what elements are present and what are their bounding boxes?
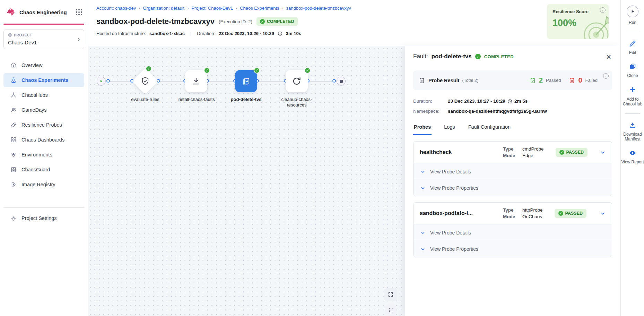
project-selector[interactable]: PROJECT Chaos-Dev1 › [3,29,84,49]
sidebar-item-chaos-experiments[interactable]: Chaos Experiments [3,73,84,87]
sidebar-item-label: Project Settings [21,215,57,221]
sidebar-item-chaos-dashboards[interactable]: Chaos Dashboards [3,133,84,147]
fault-name: pod-delete-tvs [432,53,472,60]
sidebar-item-label: Chaos Experiments [21,77,68,83]
chevron-down-icon[interactable] [600,211,606,216]
sidebar-item-chaoshubs[interactable]: ChaosHubs [3,88,84,102]
sidebar-item-image-registry[interactable]: Image Registry [3,178,84,191]
sidebar-item-project-settings[interactable]: Project Settings [3,211,84,225]
view-probe-details-link[interactable]: View Probe Details [414,163,612,180]
chevron-down-icon[interactable] [600,150,606,155]
marquee-select-button[interactable] [385,305,397,316]
app-title: Chaos Engineering [19,9,72,15]
duration-value: 23 Dec 2023, 10:26 - 10:29 [219,31,274,36]
passed-badge-label: PASSED [566,150,584,155]
chevron-down-icon [420,169,425,174]
brand-accent-line [3,24,84,25]
tab-logs[interactable]: Logs [443,123,455,135]
node-label: evaluate-rules [121,97,169,102]
namespace-value: sandbox-qa-dszi0eehtmqgvdfsfg3a5g-uarnw [448,109,547,114]
edit-label: Edit [629,50,636,55]
status-badge-label: COMPLETED [267,19,294,24]
environments-icon [10,152,17,158]
fullscreen-button[interactable] [384,288,397,301]
meta-divider: | [190,31,191,36]
run-button[interactable]: Run [621,6,644,25]
breadcrumb-link[interactable]: Organization: default [143,6,184,11]
fault-label: Fault: [413,53,428,60]
download-icon [629,121,636,129]
clone-button[interactable]: Clone [621,63,644,78]
registry-icon [10,181,17,188]
probe-result-total: (Total 2) [462,78,478,83]
sidebar-item-overview[interactable]: Overview [3,58,84,72]
node-label: pod-delete-tvs [222,97,270,102]
pipeline-start-node[interactable] [97,77,106,86]
breadcrumb-separator: › [282,6,284,11]
duration-label: Duration: [197,31,215,36]
probe-icon [10,122,17,128]
sidebar-divider [3,207,84,208]
passed-badge-label: PASSED [565,211,583,216]
failed-label: Failed [585,78,598,83]
passed-badge: ✓ PASSED [556,148,588,157]
probe-name: healthcheck [420,149,503,155]
hub-icon [10,92,17,98]
sidebar-item-chaosguard[interactable]: ChaosGuard [3,163,84,177]
tab-fault-configuration[interactable]: Fault Configuration [468,123,512,135]
probe-type: cmdProbe [522,146,544,152]
shield-check-icon [140,76,150,86]
sidebar-item-gamedays[interactable]: GameDays [3,103,84,117]
clipboard-x-icon [569,77,575,84]
breadcrumb-link[interactable]: sandbox-pod-delete-tmzbcavxyv [286,6,351,11]
breadcrumb-link[interactable]: Project: Chaos-Dev1 [191,6,233,11]
download-manifest-button[interactable]: Download Manifest [621,121,644,142]
check-icon: ✓ [558,211,563,216]
view-probe-details-label: View Probe Details [430,230,471,236]
pipeline-node-cleanup-chaos-resources[interactable] [286,70,308,92]
nav-apps-grid-icon[interactable] [76,9,82,15]
target-illustration [575,13,609,39]
breadcrumb-separator: › [236,6,237,11]
pipeline-node-pod-delete-tvs[interactable] [235,70,257,92]
sidebar-item-label: ChaosHubs [21,92,48,98]
sidebar-item-environments[interactable]: Environments [3,148,84,162]
sidebar-item-resilience-probes[interactable]: Resilience Probes [3,118,84,132]
refresh-icon [291,76,302,86]
gear-icon [10,215,17,221]
home-icon [10,62,17,68]
pipeline-end-node[interactable] [337,77,346,86]
chevron-down-icon [420,247,425,251]
view-report-button[interactable]: View Report [621,149,644,164]
add-to-chaoshub-button[interactable]: + Add to ChaosHub [621,86,644,106]
passed-badge: ✓ PASSED [555,209,586,218]
chevron-right-icon: › [78,36,80,42]
pencil-icon [629,40,636,48]
passed-count: 2 [539,76,543,84]
dashboard-icon [10,137,17,143]
info-icon[interactable]: i [603,73,609,79]
view-probe-details-link[interactable]: View Probe Details [414,224,612,241]
download-manifest-label: Download Manifest [621,132,644,142]
success-check-icon: ✓ [304,67,311,74]
elapsed-value: 3m 10s [286,31,301,36]
view-probe-properties-link[interactable]: View Probe Properties [414,241,612,257]
pipeline-node-install-chaos-faults[interactable] [185,70,207,92]
close-icon[interactable]: ✕ [606,54,611,60]
project-eyebrow-label: PROJECT [14,33,32,37]
type-label: Type [503,146,517,152]
probe-mode: OnChaos [522,214,543,219]
tab-probes[interactable]: Probes [413,123,432,135]
breadcrumb-link[interactable]: Account: chaos-dev [96,6,136,11]
view-probe-properties-link[interactable]: View Probe Properties [414,180,612,196]
edit-button[interactable]: Edit [621,40,644,55]
fault-detail-panel: Fault: pod-delete-tvs ✓ COMPLETED ✕ Prob… [405,46,620,316]
page-title: sandbox-pod-delete-tmzbcavxyv [96,17,215,26]
users-icon [10,107,17,113]
pipeline-node-evaluate-rules[interactable] [132,68,158,94]
success-check-icon: ✓ [146,66,152,72]
info-icon[interactable]: i [600,7,606,13]
marquee-icon [389,308,394,313]
breadcrumb-link[interactable]: Chaos Experiments [240,6,279,11]
infra-value: sandbox-1-xlsac [149,31,185,36]
